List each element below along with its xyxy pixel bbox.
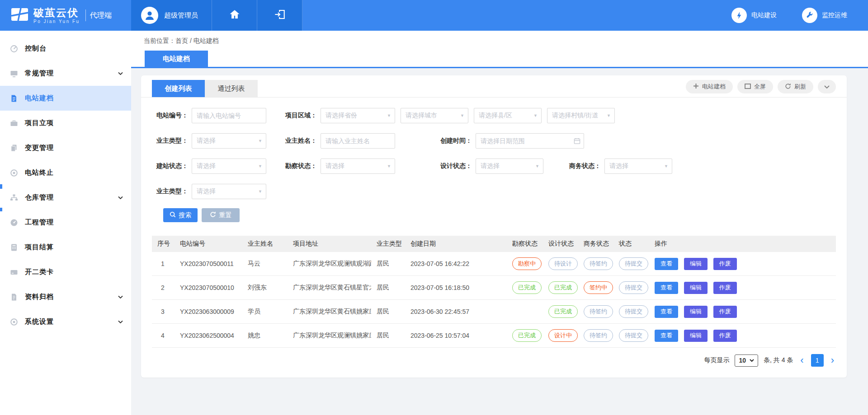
owner-name-input[interactable] bbox=[321, 133, 395, 149]
filter-row-3: 建站状态： 请选择▼ 勘察状态： 请选择▼ 设计状态： 请选择▼ 商务状态： 请… bbox=[152, 159, 836, 174]
settings-icon bbox=[10, 318, 19, 326]
filter-survey-status: 勘察状态： 请选择▼ bbox=[281, 159, 395, 174]
table-row: 4 YX2023062500004 姚忠 广东深圳龙华区观澜镇姚家庄... 居民… bbox=[152, 324, 836, 348]
card-icon bbox=[10, 268, 19, 276]
chevron-down-icon bbox=[118, 72, 123, 75]
filter-form: 电站编号： 项目区域： 请选择省份▼ 请选择城市▼ 请选择县/区▼ 请选择村镇/… bbox=[141, 98, 847, 222]
col-status: 状态 bbox=[613, 236, 649, 252]
edit-button[interactable]: 编辑 bbox=[684, 306, 708, 318]
nav-monitor-ops[interactable]: 监控运维 bbox=[802, 8, 847, 23]
void-button[interactable]: 作废 bbox=[713, 330, 737, 342]
survey-status-badge: 勘察中 bbox=[512, 257, 542, 270]
sidebar-item-data-archive[interactable]: 资料归档 bbox=[0, 284, 131, 309]
table-row: 3 YX2023063000009 学员 广东深圳龙华区黄石镇姚家庄... 居民… bbox=[152, 300, 836, 324]
col-owner-type: 业主类型 bbox=[371, 236, 405, 252]
sidebar-item-project-approval[interactable]: 项目立项 bbox=[0, 111, 131, 135]
content: 创建列表 通过列表 电站建档 全屏 刷新 bbox=[131, 68, 868, 378]
card: 创建列表 通过列表 电站建档 全屏 刷新 bbox=[141, 75, 847, 378]
search-icon bbox=[170, 211, 176, 219]
sidebar-item-system-settings[interactable]: 系统设置 bbox=[0, 309, 131, 334]
edit-button[interactable]: 编辑 bbox=[684, 282, 708, 294]
design-status-badge: 设计中 bbox=[548, 329, 578, 342]
province-select[interactable]: 请选择省份▼ bbox=[321, 108, 395, 123]
list-tabs: 创建列表 通过列表 bbox=[152, 80, 258, 97]
survey-status-badge: 已完成 bbox=[512, 329, 542, 342]
logo-text: 破茧云伏 Po Jian Yun Fu bbox=[33, 7, 80, 24]
portal-label: 代理端 bbox=[90, 11, 112, 20]
sidebar-item-change-mgmt[interactable]: 变更管理 bbox=[0, 135, 131, 160]
caret-down-icon: ▼ bbox=[258, 189, 262, 194]
survey-status-select[interactable]: 请选择▼ bbox=[321, 159, 395, 174]
sidebar: 控制台 常规管理 电站建档 项目立项 变更管理 电站终止 仓库管理 工程管理 项… bbox=[0, 31, 131, 415]
home-icon bbox=[229, 9, 241, 22]
sidebar-scrollbar-thumb[interactable] bbox=[0, 184, 2, 189]
tab-created-list[interactable]: 创建列表 bbox=[152, 80, 205, 97]
sidebar-item-console[interactable]: 控制台 bbox=[0, 36, 131, 61]
sidebar-item-engineering-mgmt[interactable]: 工程管理 bbox=[0, 210, 131, 235]
town-select[interactable]: 请选择村镇/街道▼ bbox=[547, 108, 615, 123]
void-button[interactable]: 作废 bbox=[713, 282, 737, 294]
sidebar-item-general-mgmt[interactable]: 常规管理 bbox=[0, 61, 131, 86]
view-button[interactable]: 查看 bbox=[655, 258, 678, 270]
filter-row-4: 业主类型： 请选择▼ bbox=[152, 184, 836, 199]
void-button[interactable]: 作废 bbox=[713, 306, 737, 318]
sidebar-item-station-terminate[interactable]: 电站终止 bbox=[0, 160, 131, 185]
edit-button[interactable]: 编辑 bbox=[684, 258, 708, 270]
design-status-select[interactable]: 请选择▼ bbox=[476, 159, 543, 174]
view-button[interactable]: 查看 bbox=[655, 330, 678, 342]
owner-type2-select[interactable]: 请选择▼ bbox=[192, 184, 266, 199]
nav-station-build[interactable]: 电站建设 bbox=[731, 8, 777, 23]
header-dark-section: 超级管理员 bbox=[131, 0, 302, 31]
search-button[interactable]: 搜索 bbox=[163, 208, 198, 222]
build-status-select[interactable]: 请选择▼ bbox=[192, 159, 266, 174]
nav-station-build-label: 电站建设 bbox=[751, 11, 777, 19]
sidebar-item-label: 项目结算 bbox=[25, 243, 54, 252]
home-button[interactable] bbox=[212, 0, 257, 31]
reset-button[interactable]: 重置 bbox=[202, 208, 240, 222]
briefcase-icon bbox=[10, 119, 19, 127]
business-status-select[interactable]: 请选择▼ bbox=[604, 159, 672, 174]
caret-down-icon: ▼ bbox=[387, 164, 391, 168]
next-page-button[interactable]: › bbox=[829, 355, 836, 365]
sidebar-item-open-type2-card[interactable]: 开二类卡 bbox=[0, 260, 131, 284]
sidebar-item-warehouse-mgmt[interactable]: 仓库管理 bbox=[0, 185, 131, 210]
edit-button[interactable]: 编辑 bbox=[684, 330, 708, 342]
current-page-button[interactable]: 1 bbox=[811, 354, 824, 367]
date-range-input[interactable] bbox=[476, 133, 584, 149]
refresh-button[interactable]: 刷新 bbox=[778, 80, 813, 93]
owner-type-select[interactable]: 请选择▼ bbox=[192, 133, 266, 149]
status-badge: 待提交 bbox=[619, 257, 648, 270]
view-button[interactable]: 查看 bbox=[655, 282, 678, 294]
dashboard-icon bbox=[10, 219, 19, 227]
logout-button[interactable] bbox=[257, 0, 302, 31]
refresh-label: 刷新 bbox=[794, 83, 806, 91]
void-button[interactable]: 作废 bbox=[713, 258, 737, 270]
page-tab-station-archive[interactable]: 电站建档 bbox=[145, 51, 208, 67]
city-select[interactable]: 请选择城市▼ bbox=[401, 108, 468, 123]
user-menu[interactable]: 超级管理员 bbox=[131, 0, 212, 31]
collapse-toolbar-button[interactable] bbox=[818, 80, 836, 93]
tab-passed-list[interactable]: 通过列表 bbox=[205, 80, 258, 97]
sidebar-item-project-settlement[interactable]: 项目结算 bbox=[0, 235, 131, 260]
county-select[interactable]: 请选择县/区▼ bbox=[474, 108, 542, 123]
create-station-button[interactable]: 电站建档 bbox=[686, 80, 733, 93]
caret-down-icon: ▼ bbox=[460, 113, 464, 118]
station-code-input[interactable] bbox=[192, 108, 266, 123]
sidebar-item-label: 控制台 bbox=[25, 44, 47, 53]
chevron-down-icon bbox=[118, 196, 123, 199]
view-button[interactable]: 查看 bbox=[655, 306, 678, 318]
fullscreen-button[interactable]: 全屏 bbox=[737, 80, 773, 93]
sidebar-item-label: 电站终止 bbox=[25, 168, 54, 177]
calculator-icon bbox=[10, 243, 19, 252]
business-status-badge: 待签约 bbox=[584, 329, 613, 342]
col-index: 序号 bbox=[152, 236, 175, 252]
sidebar-item-station-archive[interactable]: 电站建档 bbox=[0, 86, 131, 111]
page-size-select[interactable]: 10 bbox=[735, 354, 758, 367]
prev-page-button[interactable]: ‹ bbox=[798, 355, 805, 365]
owner-type2-label: 业主类型： bbox=[152, 187, 188, 196]
fullscreen-icon bbox=[745, 84, 751, 90]
page-size-value: 10 bbox=[739, 357, 746, 364]
station-code-label: 电站编号： bbox=[152, 112, 188, 120]
sidebar-scrollbar-thumb[interactable] bbox=[0, 208, 2, 211]
filter-owner-name: 业主姓名： bbox=[281, 133, 395, 149]
